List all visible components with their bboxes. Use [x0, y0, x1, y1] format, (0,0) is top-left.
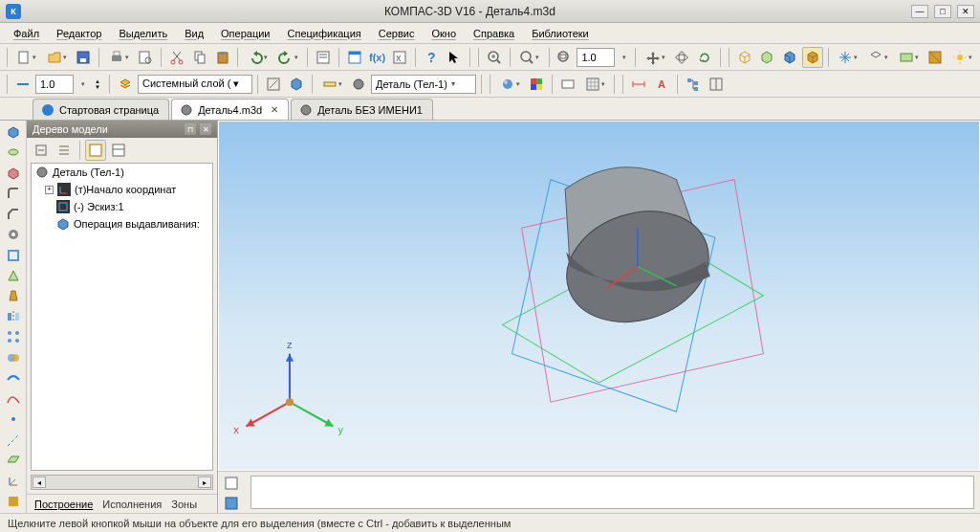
paste-button[interactable] — [212, 47, 233, 68]
panel-pin-button[interactable]: ⊓ — [185, 123, 196, 135]
layers-button[interactable] — [115, 74, 136, 95]
vars-button[interactable]: x — [389, 47, 410, 68]
layer-combo[interactable]: Системный слой ( ▾ — [138, 75, 252, 94]
minimize-button[interactable]: — — [911, 5, 928, 18]
plane-create-tool[interactable] — [3, 452, 24, 470]
tab-start-page[interactable]: Стартовая страница — [33, 99, 169, 120]
cube-wireframe-button[interactable] — [734, 47, 755, 68]
tree-mode3[interactable] — [108, 140, 129, 161]
fx-button[interactable]: f(x) — [367, 47, 388, 68]
preview-button[interactable] — [135, 47, 156, 68]
zoom-dropdown-button[interactable]: ▾ — [617, 47, 630, 68]
sketch-button[interactable] — [263, 74, 284, 95]
fillet-tool[interactable] — [3, 184, 24, 202]
menu-file[interactable]: Файл — [6, 26, 47, 41]
csys-tool[interactable] — [3, 472, 24, 490]
copy-button[interactable] — [189, 47, 210, 68]
zoom-in-button[interactable] — [484, 47, 505, 68]
3d-viewport[interactable]: z y x — [218, 121, 980, 471]
close-tab-button[interactable]: ✕ — [271, 104, 278, 115]
ptab-zones[interactable]: Зоны — [171, 499, 197, 510]
menu-libraries[interactable]: Библиотеки — [524, 26, 597, 41]
tree-mode1[interactable] — [54, 140, 75, 161]
texture-button[interactable]: ▾ — [580, 74, 609, 95]
tree-root[interactable]: Деталь (Тел-1) — [32, 164, 212, 181]
ortho-button[interactable]: ▾ — [834, 47, 862, 68]
help-button[interactable]: ? — [421, 47, 442, 68]
refresh-view-button[interactable] — [694, 47, 715, 68]
decal-button[interactable] — [557, 74, 578, 95]
prop-cancel-button[interactable] — [221, 495, 242, 514]
extrude-tool[interactable] — [3, 122, 24, 141]
tree-hscroll[interactable]: ◂ ▸ — [31, 475, 213, 490]
rotate-view-button[interactable] — [671, 47, 692, 68]
undo-button[interactable]: ▾ — [243, 47, 272, 68]
iso-button[interactable]: ▾ — [864, 47, 893, 68]
menu-operations[interactable]: Операции — [213, 26, 277, 41]
zoom-fit-button[interactable]: ▾ — [515, 47, 544, 68]
hole-tool[interactable] — [3, 225, 24, 243]
shell-tool[interactable] — [3, 246, 24, 264]
section-button[interactable] — [925, 47, 946, 68]
tree-toggle-button[interactable] — [683, 74, 704, 95]
chamfer-tool[interactable] — [3, 205, 24, 223]
revolve-tool[interactable] — [3, 143, 24, 161]
tab-detail4[interactable]: Деталь4.m3d ✕ — [171, 99, 289, 120]
curve-tool[interactable] — [3, 389, 24, 408]
pan-button[interactable]: ▾ — [641, 47, 669, 68]
mirror-tool[interactable] — [3, 307, 24, 325]
ptab-exec[interactable]: Исполнения — [102, 499, 162, 510]
save-button[interactable] — [74, 47, 95, 68]
cursor-button[interactable] — [444, 47, 465, 68]
render-options-button[interactable]: ▾ — [947, 47, 976, 68]
point-tool[interactable] — [3, 410, 24, 429]
properties-button[interactable] — [313, 47, 334, 68]
measure-button[interactable]: ▾ — [317, 74, 346, 95]
menu-select[interactable]: Выделить — [111, 26, 175, 41]
zoom-window-button[interactable] — [555, 47, 576, 68]
zoom-value-input[interactable] — [577, 48, 615, 67]
scale-dropdown-button[interactable]: ▾ — [76, 74, 89, 95]
rib-tool[interactable] — [3, 266, 24, 284]
prop-apply-button[interactable] — [221, 474, 242, 493]
cut-extrude-tool[interactable] — [3, 164, 24, 182]
annotate-dim-button[interactable] — [628, 74, 649, 95]
annotate-text-button[interactable]: А — [651, 74, 672, 95]
cube-render-button[interactable] — [802, 47, 823, 68]
scale-stepper[interactable]: ▲▼ — [91, 74, 104, 95]
surface-tool[interactable] — [3, 369, 24, 388]
tree-expand-all[interactable] — [31, 140, 52, 161]
spec-button[interactable] — [344, 47, 365, 68]
property-area[interactable] — [250, 476, 974, 509]
tree-node-sketch[interactable]: (-) Эскиз:1 — [32, 198, 212, 215]
cube-hidden-button[interactable] — [757, 47, 778, 68]
close-window-button[interactable]: ✕ — [957, 5, 974, 18]
ptab-build[interactable]: Построение — [34, 499, 93, 510]
new-doc-button[interactable]: ▾ — [12, 47, 41, 68]
cut-button[interactable] — [166, 47, 187, 68]
axis-tool[interactable] — [3, 431, 24, 449]
tab-unnamed[interactable]: Деталь БЕЗ ИМЕНИ1 — [291, 99, 433, 120]
menu-window[interactable]: Окно — [424, 26, 464, 41]
body-combo[interactable]: Деталь (Тел-1)▾ — [371, 75, 476, 94]
menu-service[interactable]: Сервис — [371, 26, 423, 41]
print-button[interactable]: ▾ — [104, 47, 133, 68]
maximize-button[interactable]: □ — [934, 5, 951, 18]
draft-tool[interactable] — [3, 287, 24, 305]
expand-button[interactable]: + — [45, 186, 54, 194]
pattern-tool[interactable] — [3, 328, 24, 346]
model-tree[interactable]: Деталь (Тел-1) + (т)Начало координат (-)… — [31, 163, 213, 471]
redo-button[interactable]: ▾ — [273, 47, 302, 68]
scroll-right-button[interactable]: ▸ — [198, 477, 211, 488]
boolean-tool[interactable] — [3, 348, 24, 366]
menu-help[interactable]: Справка — [466, 26, 522, 41]
sheet-tool[interactable] — [3, 492, 24, 510]
color-button[interactable] — [526, 74, 547, 95]
scroll-left-button[interactable]: ◂ — [33, 477, 46, 488]
tree-node-extrude[interactable]: Операция выдавливания: — [32, 215, 212, 233]
line-style-button[interactable] — [12, 74, 33, 95]
menu-view[interactable]: Вид — [177, 26, 211, 41]
menu-editor[interactable]: Редактор — [49, 26, 109, 41]
menu-spec[interactable]: Спецификация — [280, 26, 369, 41]
body-icon-button[interactable] — [348, 74, 369, 95]
